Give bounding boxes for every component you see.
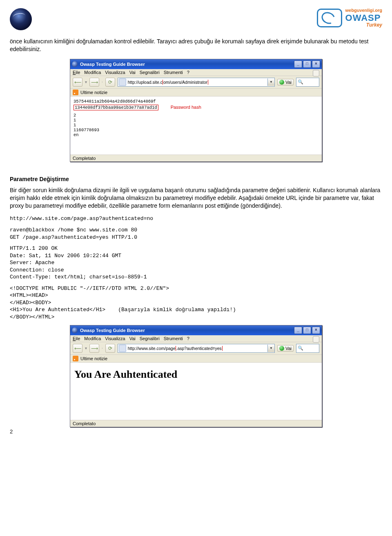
- content-line: 1: [74, 123, 318, 128]
- page-number: 2: [10, 428, 13, 435]
- menu-visualizza[interactable]: Visualizza: [105, 336, 125, 341]
- forward-button[interactable]: ⟶: [89, 78, 99, 87]
- password-hash-label: Password hash: [171, 105, 201, 110]
- menu-modifica[interactable]: Modifica: [84, 70, 101, 75]
- menu-file[interactable]: Eile: [73, 70, 80, 75]
- owasp-logo: webguvenligi.org OWASP Turkey: [317, 8, 382, 27]
- menu-strumenti[interactable]: Strumenti: [164, 70, 183, 75]
- section-heading: Parametre Değiştirme: [10, 176, 382, 182]
- throbber-icon: [313, 336, 319, 343]
- window-title: Owasp Testing Guide Browser: [80, 62, 145, 67]
- throbber-icon: [313, 70, 319, 76]
- page-header: webguvenligi.org OWASP Turkey: [10, 8, 382, 30]
- page-content: You Are Auhtenticated: [70, 363, 322, 420]
- toolbar: ⟵ ▾ ⟶ · ⟳ http://www.site.com/page.asp?a…: [70, 342, 322, 355]
- toolbar: ⟵ ▾ ⟶ · ⟳ http://upload.site.com/users/A…: [70, 76, 322, 89]
- menu-modifica[interactable]: Modifica: [84, 336, 101, 341]
- url-highlight: om/users/Administrator: [163, 80, 208, 85]
- maximize-button[interactable]: □: [303, 327, 311, 334]
- page-content: 357544811a2b604a42d8d66d74a4869f 1344e08…: [70, 96, 322, 155]
- bookmarks-bar: Ultime notizie: [70, 89, 322, 96]
- content-line: 2: [74, 113, 318, 118]
- page-icon: [119, 345, 126, 352]
- minimize-button[interactable]: _: [294, 327, 302, 334]
- globe-logo-icon: [10, 8, 32, 30]
- menu-vai[interactable]: Vai: [129, 336, 136, 341]
- browser-screenshot-1: Owasp Testing Guide Browser _ □ × Eile M…: [70, 59, 322, 162]
- content-line: 1160778693: [74, 128, 318, 132]
- owasp-wasp-icon: [317, 9, 342, 27]
- go-icon: [279, 346, 284, 351]
- menu-vai[interactable]: Vai: [129, 70, 136, 75]
- bookmark-item[interactable]: Ultime notizie: [80, 90, 107, 95]
- minimize-button[interactable]: _: [294, 61, 302, 68]
- owasp-name: OWASP: [345, 13, 382, 22]
- go-button[interactable]: Vai: [277, 79, 294, 85]
- back-button[interactable]: ⟵: [73, 344, 82, 353]
- address-bar[interactable]: http://www.site.com/page.asp?authenticat…: [118, 344, 275, 353]
- app-icon: [72, 327, 78, 333]
- owasp-url: webguvenligi.org: [345, 8, 382, 13]
- code-url: http://www.site.com/page.asp?authenticat…: [10, 215, 382, 222]
- url-text: http://www.site.com/page.asp?authenticat…: [126, 346, 267, 351]
- status-bar: Completato: [70, 155, 322, 161]
- back-button[interactable]: ⟵: [73, 78, 82, 87]
- maximize-button[interactable]: □: [303, 61, 311, 68]
- go-label: Vai: [285, 80, 292, 85]
- menu-segnalibri[interactable]: Segnalibri: [140, 336, 160, 341]
- code-request: raven@blackbox /home $nc www.site.com 80…: [10, 227, 382, 241]
- url-highlight: .asp?authenticated=yes: [176, 346, 223, 351]
- address-bar[interactable]: http://upload.site.com/users/Administrat…: [118, 78, 275, 87]
- search-icon: 🔍: [298, 345, 303, 351]
- forward-button[interactable]: ⟶: [89, 344, 99, 353]
- content-line: 1: [74, 118, 318, 123]
- intro-paragraph: önce kullanıcının kimliğini doğrulamadan…: [10, 38, 382, 53]
- bookmark-item[interactable]: Ultime notizie: [80, 356, 107, 361]
- content-line: en: [74, 132, 318, 137]
- hash-line-1: 357544811a2b604a42d8d66d74a4869f: [74, 99, 318, 104]
- dropdown-icon[interactable]: ▾: [85, 346, 87, 350]
- menu-file[interactable]: Eile: [73, 336, 80, 341]
- status-text: Completato: [73, 421, 96, 426]
- search-icon: 🔍: [298, 79, 303, 85]
- code-response-headers: HTTP/1.1 200 OK Date: Sat, 11 Nov 2006 1…: [10, 245, 382, 281]
- dropdown-icon[interactable]: ▾: [85, 80, 87, 84]
- owasp-sub: Turkey: [345, 22, 382, 27]
- window-title: Owasp Testing Guide Browser: [80, 328, 145, 333]
- menu-help[interactable]: ?: [187, 336, 189, 341]
- hash-highlight: 1344e08df37bbaa99ae1b3e77a87ad1d: [74, 105, 158, 110]
- app-icon: [72, 61, 78, 67]
- browser-screenshot-2: Owasp Testing Guide Browser _ □ × Eile M…: [70, 325, 322, 427]
- go-icon: [279, 80, 284, 85]
- status-text: Completato: [73, 156, 96, 161]
- close-button[interactable]: ×: [312, 61, 320, 68]
- reload-button[interactable]: ⟳: [105, 344, 115, 353]
- titlebar: Owasp Testing Guide Browser _ □ ×: [70, 59, 322, 69]
- menu-strumenti[interactable]: Strumenti: [164, 336, 183, 341]
- rss-icon[interactable]: [73, 90, 78, 95]
- menubar: Eile Modifica Visualizza Vai Segnalibri …: [70, 69, 322, 76]
- menu-help[interactable]: ?: [187, 70, 189, 75]
- url-dropdown-icon[interactable]: ▼: [267, 78, 274, 86]
- url-text: http://upload.site.com/users/Administrat…: [126, 80, 267, 85]
- menubar: Eile Modifica Visualizza Vai Segnalibri …: [70, 335, 322, 342]
- status-bar: Completato: [70, 420, 322, 427]
- go-label: Vai: [285, 346, 292, 351]
- titlebar: Owasp Testing Guide Browser _ □ ×: [70, 325, 322, 335]
- close-button[interactable]: ×: [312, 327, 320, 334]
- reload-button[interactable]: ⟳: [105, 78, 115, 87]
- menu-visualizza[interactable]: Visualizza: [105, 70, 125, 75]
- code-response-body: <!DOCTYPE HTML PUBLIC "-//IETF//DTD HTML…: [10, 285, 382, 321]
- rss-icon[interactable]: [73, 356, 78, 361]
- section-paragraph: Bir diğer sorun kimlik doğrulama dizayni…: [10, 186, 382, 210]
- bookmarks-bar: Ultime notizie: [70, 355, 322, 363]
- search-box[interactable]: 🔍: [296, 78, 319, 87]
- search-box[interactable]: 🔍: [296, 344, 319, 353]
- page-icon: [119, 78, 126, 86]
- auth-heading: You Are Auhtenticated: [70, 363, 322, 413]
- menu-segnalibri[interactable]: Segnalibri: [140, 70, 160, 75]
- go-button[interactable]: Vai: [277, 345, 294, 352]
- url-dropdown-icon[interactable]: ▼: [267, 345, 274, 352]
